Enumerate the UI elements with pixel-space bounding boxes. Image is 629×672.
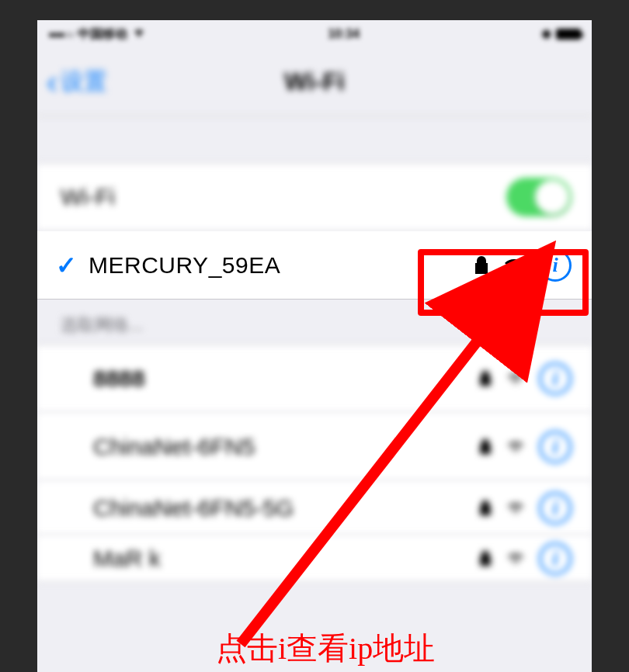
network-row[interactable]: ChinaNet-6FN5 i xyxy=(37,413,592,481)
wifi-toggle-label: Wi-Fi xyxy=(61,184,506,210)
choose-network-header: 选取网络... xyxy=(37,300,592,345)
wifi-signal-icon xyxy=(506,501,525,515)
lock-icon xyxy=(478,370,492,387)
info-icon[interactable]: i xyxy=(539,492,572,525)
status-time: 10:34 xyxy=(328,27,360,41)
wifi-signal-icon xyxy=(506,552,525,566)
signal-dots-icon: ●●●○○ xyxy=(48,28,73,40)
checkmark-icon: ✓ xyxy=(56,251,89,280)
phone-screen: ●●●○○ 中国移动 10:34 ✱ ‹ 设置 Wi-Fi Wi-Fi ✓ ME… xyxy=(37,20,592,672)
wifi-status-icon xyxy=(132,27,146,41)
back-label: 设置 xyxy=(61,66,107,98)
connected-network-name: MERCURY_59EA xyxy=(89,252,474,279)
info-icon[interactable]: i xyxy=(539,249,572,282)
wifi-signal-icon xyxy=(506,440,525,454)
wifi-signal-icon xyxy=(506,372,525,386)
connected-network-row[interactable]: ✓ MERCURY_59EA i xyxy=(37,231,592,300)
network-name: ChinaNet-6FN5 xyxy=(93,434,478,460)
info-icon[interactable]: i xyxy=(539,431,572,463)
page-title: Wi-Fi xyxy=(284,68,345,96)
network-row[interactable]: 8888 i xyxy=(37,345,592,413)
wifi-toggle-row: Wi-Fi xyxy=(37,163,592,231)
chevron-left-icon: ‹ xyxy=(47,66,57,99)
info-icon[interactable]: i xyxy=(539,362,572,395)
wifi-toggle[interactable] xyxy=(506,178,572,216)
back-button[interactable]: ‹ 设置 xyxy=(47,66,107,99)
network-name: 8888 xyxy=(93,365,478,392)
lock-icon xyxy=(478,550,492,567)
status-bar: ●●●○○ 中国移动 10:34 ✱ xyxy=(37,20,592,48)
lock-icon xyxy=(474,255,489,275)
nav-bar: ‹ 设置 Wi-Fi xyxy=(37,48,592,116)
lock-icon xyxy=(478,500,492,517)
network-row[interactable]: ChinaNet-6FN5-5G i xyxy=(37,481,592,535)
info-icon[interactable]: i xyxy=(539,542,572,575)
network-row[interactable]: MaR k i xyxy=(37,535,592,582)
network-name: MaR k xyxy=(93,546,478,572)
battery-icon xyxy=(556,29,581,40)
bluetooth-icon: ✱ xyxy=(541,27,551,42)
network-name: ChinaNet-6FN5-5G xyxy=(93,495,478,521)
carrier-label: 中国移动 xyxy=(78,26,127,43)
lock-icon xyxy=(478,438,492,456)
wifi-signal-icon xyxy=(503,257,525,274)
